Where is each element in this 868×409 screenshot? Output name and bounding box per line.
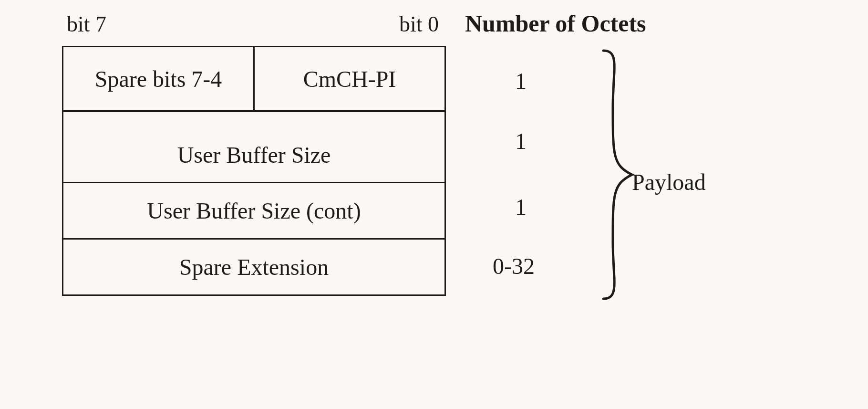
table-row: User Buffer Size [63,110,444,182]
payload-label: Payload [632,169,706,195]
octet-count: 1 [515,128,527,154]
octets-column: 1 1 1 0-32 [470,46,594,296]
table-row: Spare bits 7-4 CmCH-PI [63,47,444,110]
header-row: bit 7 bit 0 Number of Octets [62,10,806,37]
bit7-label: bit 7 [67,11,234,37]
brace-column: Payload [594,46,651,296]
table-row: User Buffer Size (cont) [63,182,444,238]
octet-count: 1 [515,68,527,94]
cell-cmch-pi: CmCH-PI [255,47,444,110]
cell-user-buffer-size-cont: User Buffer Size (cont) [147,198,361,224]
table-row: Spare Extension [63,238,444,294]
diagram-container: bit 7 bit 0 Number of Octets Spare bits … [62,10,806,296]
main-row: Spare bits 7-4 CmCH-PI User Buffer Size … [62,46,806,296]
bit0-label: bit 0 [234,11,439,37]
num-octets-title: Number of Octets [465,10,646,37]
cell-user-buffer-size: User Buffer Size [177,142,331,168]
cell-spare-extension: Spare Extension [179,254,329,280]
octet-count: 0-32 [493,253,535,279]
cell-spare-bits: Spare bits 7-4 [63,47,255,110]
payload-table: Spare bits 7-4 CmCH-PI User Buffer Size … [62,46,446,296]
octet-count: 1 [515,194,527,220]
